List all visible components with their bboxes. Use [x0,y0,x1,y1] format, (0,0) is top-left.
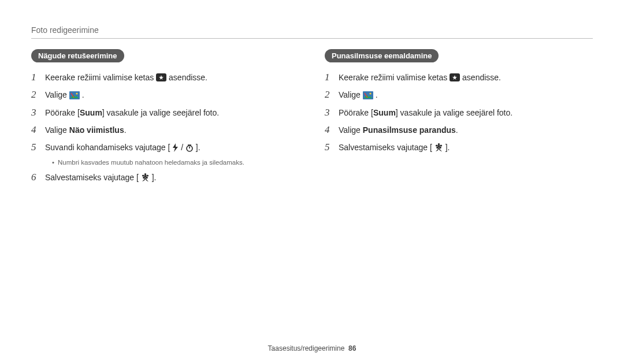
step-number: 4 [31,124,45,136]
page-footer: Taasesitus/redigeerimine 86 [0,344,624,352]
svg-point-10 [142,175,144,177]
step-number: 2 [31,89,45,101]
footer-section: Taasesitus/redigeerimine [268,344,345,352]
edit-photo-icon [363,91,373,99]
page-header: Foto redigeerimine [31,25,593,35]
bullet-icon [52,159,54,166]
step-text: Salvestamiseks vajutage [ ]. [45,172,156,183]
macro-flower-icon [434,143,443,152]
footer-page-number: 86 [348,344,356,352]
self-timer-icon [185,144,194,152]
step-number: 6 [31,172,45,183]
step-number: 5 [31,142,45,153]
step-text: Valige Punasilmsuse parandus. [339,124,458,136]
step-text: Pöörake [Suum] vasakule ja valige seejär… [339,107,512,118]
svg-point-21 [436,145,438,147]
step-item: 5 Suvandi kohandamiseks vajutage [ / ]. [31,142,299,153]
step-item: 4 Valige Näo viimistlus. [31,124,299,136]
step-text: Valige . [339,89,378,101]
svg-point-3 [76,93,77,95]
step-item: 6 Salvestamiseks vajutage [ ]. [31,172,299,183]
edit-photo-icon [69,91,80,99]
step-number: 2 [325,89,339,101]
step-text: Valige Näo viimistlus. [45,124,127,136]
step-text: Suvandi kohandamiseks vajutage [ / ]. [45,142,200,153]
step-item: 4 Valige Punasilmsuse parandus. [325,124,593,136]
step-number: 5 [325,142,339,153]
step-text: Keerake režiimi valimise ketas asendisse… [45,72,207,83]
svg-point-17 [369,93,371,95]
steps-list-left: 1 Keerake režiimi valimise ketas asendis… [31,72,299,153]
step-item: 1 Keerake režiimi valimise ketas asendis… [325,72,593,83]
step-item: 3 Pöörake [Suum] vasakule ja valige seej… [325,107,593,118]
mode-dial-magic-icon [156,73,166,82]
flash-icon [172,143,179,152]
header-rule [31,38,593,39]
step-item: 2 Valige . [325,89,593,101]
step-number: 4 [325,124,339,136]
step-text: Valige . [45,89,84,101]
left-column: Nägude retušeerimine 1 Keerake režiimi v… [31,49,299,190]
step-text: Keerake režiimi valimise ketas asendisse… [339,72,501,83]
macro-flower-icon [141,173,150,182]
steps-list-left-cont: 6 Salvestamiseks vajutage [ ]. [31,172,299,183]
section-pill-red-eye: Punasilmsuse eemaldamine [325,49,439,62]
step-item: 1 Keerake režiimi valimise ketas asendis… [31,72,299,83]
step-number: 3 [325,107,339,118]
svg-point-11 [146,175,148,177]
svg-point-23 [436,147,439,149]
step-note-text: Numbri kasvades muutub nahatoon heledama… [58,159,244,166]
step-item: 3 Pöörake [Suum] vasakule ja valige seej… [31,107,299,118]
step-item: 5 Salvestamiseks vajutage [ ]. [325,142,593,153]
svg-point-20 [438,143,440,146]
svg-point-22 [440,145,442,147]
right-column: Punasilmsuse eemaldamine 1 Keerake režii… [325,49,593,190]
svg-point-12 [143,177,145,179]
mode-dial-magic-icon [450,73,460,82]
step-number: 1 [325,72,339,83]
step-number: 3 [31,107,45,118]
svg-point-24 [439,147,441,149]
step-text: Pöörake [Suum] vasakule ja valige seejär… [45,107,219,118]
step-text: Salvestamiseks vajutage [ ]. [339,142,450,153]
svg-point-13 [146,177,148,179]
step-item: 2 Valige . [31,89,299,101]
svg-point-9 [144,173,146,176]
step-note: Numbri kasvades muutub nahatoon heledama… [52,159,299,166]
section-pill-face-retouch: Nägude retušeerimine [31,49,124,62]
step-number: 1 [31,72,45,83]
steps-list-right: 1 Keerake režiimi valimise ketas asendis… [325,72,593,153]
